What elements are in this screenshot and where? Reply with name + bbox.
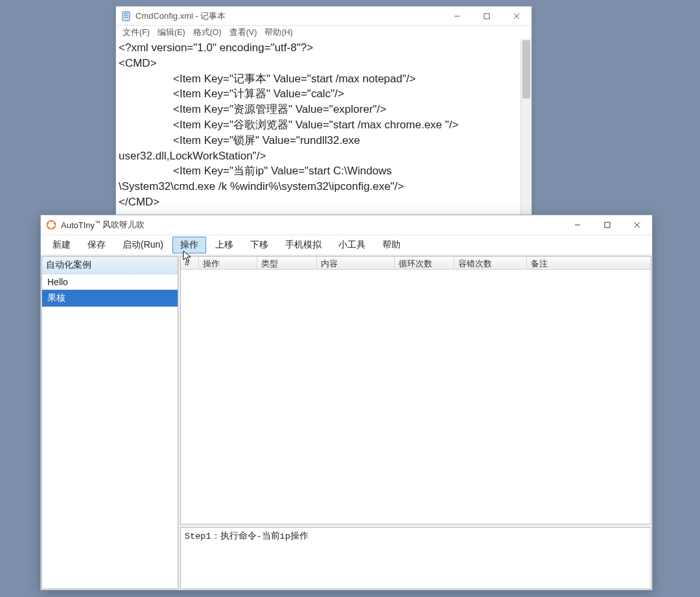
menu-view[interactable]: 查看(V) <box>226 27 261 39</box>
menu-help[interactable]: 帮助(H) <box>261 27 296 39</box>
th-op[interactable]: 操作 <box>199 257 257 269</box>
th-tolerance[interactable]: 容错次数 <box>454 257 527 269</box>
sidebar-header: 自动化案例 <box>42 257 178 274</box>
status-line: Step1：执行命令-当前ip操作 <box>185 532 309 541</box>
svg-point-10 <box>54 223 56 225</box>
table-body[interactable] <box>181 270 651 524</box>
minimize-button[interactable] <box>563 215 592 235</box>
menu-file[interactable]: 文件(F) <box>119 27 154 39</box>
notepad-line: user32.dll,LockWorkStation"/> <box>119 148 528 164</box>
svg-point-12 <box>48 227 50 229</box>
sidebar-item[interactable]: 果核 <box>42 290 178 307</box>
toolbar-movedown[interactable]: 下移 <box>242 237 276 253</box>
steps-table[interactable]: # 操作 类型 内容 循环次数 容错次数 备注 <box>180 256 651 524</box>
notepad-line: <Item Key="资源管理器" Value="explorer"/> <box>119 102 528 117</box>
notepad-icon <box>121 11 132 21</box>
toolbar-phone-sim[interactable]: 手机模拟 <box>277 237 329 253</box>
toolbar-new[interactable]: 新建 <box>45 237 78 253</box>
th-type[interactable]: 类型 <box>257 257 317 269</box>
status-log[interactable]: Step1：执行命令-当前ip操作 <box>180 527 651 589</box>
notepad-window: CmdConfig.xml - 记事本 文件(F) 编辑(E) 格式(O) 查看… <box>115 6 532 239</box>
table-header-row: # 操作 类型 内容 循环次数 容错次数 备注 <box>181 257 651 270</box>
notepad-titlebar[interactable]: CmdConfig.xml - 记事本 <box>116 6 531 26</box>
main-area: # 操作 类型 内容 循环次数 容错次数 备注 Step1：执行命令-当前ip操… <box>180 256 651 589</box>
svg-point-13 <box>47 223 49 225</box>
th-note[interactable]: 备注 <box>527 257 651 269</box>
minimize-button[interactable] <box>442 6 472 26</box>
notepad-line: <?xml version="1.0" encoding="utf-8"?> <box>119 40 528 56</box>
th-loop[interactable]: 循环次数 <box>395 257 454 269</box>
notepad-text-area[interactable]: <?xml version="1.0" encoding="utf-8"?><C… <box>116 39 531 239</box>
autotiny-content: 自动化案例 Hello果核 # 操作 类型 内容 循环次数 容错次数 备注 St… <box>41 255 652 590</box>
close-button[interactable] <box>622 215 652 235</box>
notepad-title: CmdConfig.xml - 记事本 <box>135 10 226 22</box>
svg-rect-0 <box>122 12 130 21</box>
svg-rect-5 <box>484 14 489 19</box>
th-content[interactable]: 内容 <box>317 257 395 269</box>
toolbar-tools[interactable]: 小工具 <box>331 237 373 253</box>
menu-edit[interactable]: 编辑(E) <box>154 27 189 39</box>
notepad-line: <Item Key="锁屏" Value="rundll32.exe <box>119 133 528 148</box>
notepad-line: <Item Key="谷歌浏览器" Value="start /max chro… <box>119 117 528 133</box>
maximize-button[interactable] <box>592 215 622 235</box>
svg-point-9 <box>51 220 52 222</box>
notepad-line: </CMD> <box>119 194 528 210</box>
svg-rect-15 <box>605 222 610 228</box>
toolbar-operate[interactable]: 操作 <box>172 237 206 253</box>
maximize-button[interactable] <box>472 6 502 26</box>
sidebar: 自动化案例 Hello果核 <box>41 256 178 589</box>
notepad-menubar: 文件(F) 编辑(E) 格式(O) 查看(V) 帮助(H) <box>116 26 531 39</box>
menu-format[interactable]: 格式(O) <box>189 27 226 39</box>
notepad-scrollbar[interactable] <box>520 39 531 239</box>
notepad-line: <Item Key="计算器" Value="calc"/> <box>119 86 528 102</box>
autotiny-toolbar: 新建 保存 启动(Run) 操作 上移 下移 手机模拟 小工具 帮助 <box>41 235 652 255</box>
notepad-line: \System32\cmd.exe /k %windir%\system32\i… <box>119 179 528 194</box>
autotiny-titlebar[interactable]: AutoTIny™ 风吹呀儿吹 <box>41 215 652 235</box>
close-button[interactable] <box>502 6 531 26</box>
sidebar-item[interactable]: Hello <box>42 274 178 290</box>
autotiny-title-tm: ™ <box>95 220 100 226</box>
svg-point-11 <box>52 227 54 229</box>
toolbar-moveup[interactable]: 上移 <box>207 237 241 253</box>
autotiny-title: AutoTIny™ <box>61 220 100 230</box>
notepad-scroll-thumb[interactable] <box>522 40 530 99</box>
autotiny-icon <box>46 220 56 230</box>
toolbar-run[interactable]: 启动(Run) <box>115 237 171 253</box>
autotiny-window: AutoTIny™ 风吹呀儿吹 新建 保存 启动(Run) 操作 上移 下移 手… <box>40 215 653 591</box>
notepad-line: <CMD> <box>119 56 528 71</box>
notepad-line: <Item Key="当前ip" Value="start C:\Windows <box>119 163 528 179</box>
toolbar-save[interactable]: 保存 <box>80 237 113 253</box>
th-index[interactable]: # <box>181 257 199 269</box>
notepad-line: <Item Key="记事本" Value="start /max notepa… <box>119 71 528 87</box>
autotiny-title-main: AutoTIny <box>61 220 95 230</box>
toolbar-help[interactable]: 帮助 <box>375 237 408 253</box>
autotiny-subtitle: 风吹呀儿吹 <box>102 219 145 231</box>
